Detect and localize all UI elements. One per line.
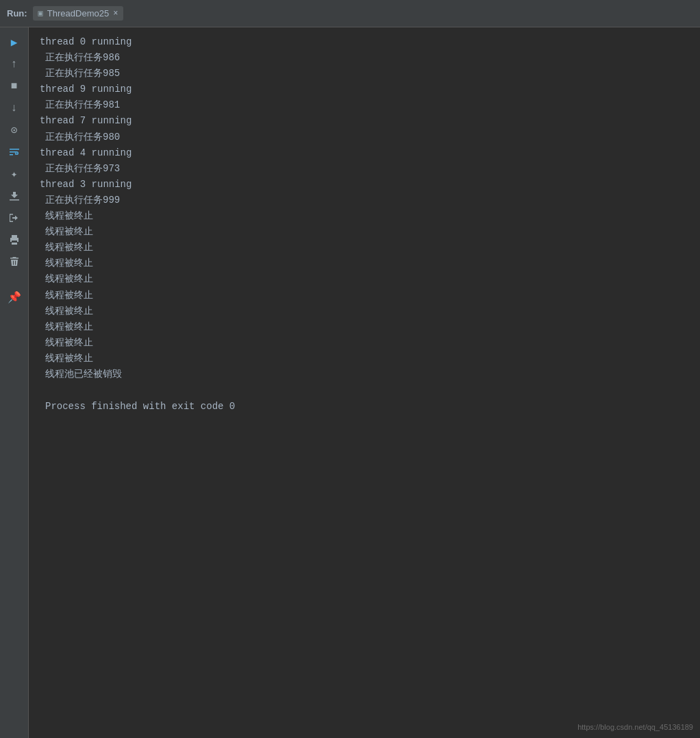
console-line: 线程被终止 — [40, 304, 689, 319]
play-icon[interactable]: ▶ — [3, 33, 25, 52]
console-line: 正在执行任务986 — [40, 50, 689, 66]
console-line: 线程被终止 — [40, 335, 689, 351]
tab-icon: ▣ — [38, 8, 43, 19]
console-line: 正在执行任务973 — [40, 161, 689, 177]
trash-icon[interactable] — [3, 252, 25, 271]
console-line: 正在执行任务985 — [40, 66, 689, 82]
down-icon[interactable]: ↓ — [3, 99, 25, 118]
login-icon[interactable] — [3, 208, 25, 227]
main-layout: ▶ ↑ ■ ↓ ⊙ ✦ — [0, 27, 700, 738]
console-line: 正在执行任务981 — [40, 97, 689, 113]
console-line: 线程被终止 — [40, 288, 689, 304]
console-line: 线程被终止 — [40, 256, 689, 271]
star-icon[interactable]: ✦ — [3, 164, 25, 184]
console-line: 线程被终止 — [40, 319, 689, 335]
console-line: 线程被终止 — [40, 240, 689, 256]
console-line: 正在执行任务999 — [40, 193, 689, 208]
up-icon[interactable]: ↑ — [3, 55, 25, 74]
wrap-icon[interactable] — [3, 143, 25, 162]
console-line: thread 0 running — [40, 34, 689, 50]
console-line — [40, 382, 689, 388]
camera-icon[interactable]: ⊙ — [3, 121, 25, 140]
sidebar-left: ▶ ↑ ■ ↓ ⊙ ✦ — [0, 27, 29, 738]
console-line: 线程被终止 — [40, 224, 689, 240]
top-bar: Run: ▣ ThreadDemo25 × — [0, 0, 700, 27]
pin-icon[interactable]: 📌 — [3, 288, 25, 307]
stop-icon[interactable]: ■ — [3, 77, 25, 96]
tab-label: ThreadDemo25 — [47, 8, 109, 19]
run-label: Run: — [7, 8, 27, 19]
console-output: thread 0 running正在执行任务986正在执行任务985thread… — [29, 27, 700, 738]
console-line: 线程被终止 — [40, 271, 689, 287]
console-line: 正在执行任务980 — [40, 130, 689, 145]
console-line: thread 7 running — [40, 113, 689, 129]
run-tab[interactable]: ▣ ThreadDemo25 × — [33, 6, 124, 21]
console-line: thread 3 running — [40, 177, 689, 193]
console-line: 线程被终止 — [40, 351, 689, 367]
console-line: 线程池已经被销毁 — [40, 367, 689, 382]
download-icon[interactable] — [3, 186, 25, 206]
watermark: https://blog.csdn.net/qq_45136189 — [577, 723, 693, 731]
console-line: thread 4 running — [40, 145, 689, 161]
console-line: Process finished with exit code 0 — [40, 399, 689, 415]
console-line: thread 9 running — [40, 82, 689, 97]
print-icon[interactable] — [3, 230, 25, 249]
tab-close-button[interactable]: × — [113, 9, 118, 19]
console-line: 线程被终止 — [40, 208, 689, 224]
